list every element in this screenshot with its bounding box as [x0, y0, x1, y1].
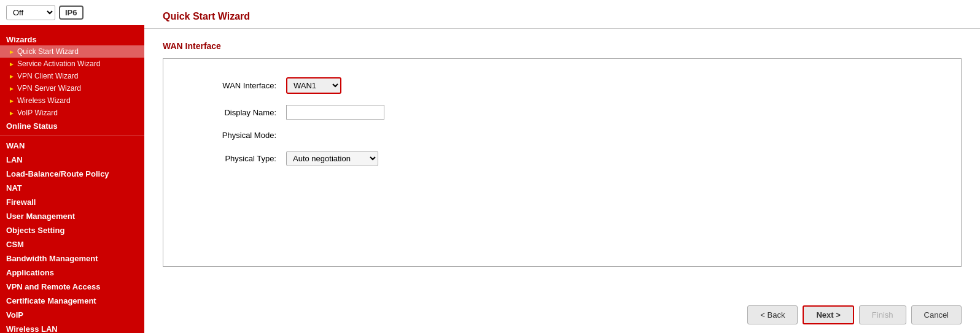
sidebar-item-vpn-client[interactable]: ► VPN Client Wizard: [0, 70, 144, 82]
sidebar-item-service-activation[interactable]: ► Service Activation Wizard: [0, 58, 144, 70]
ipv6-button[interactable]: IP6: [59, 6, 84, 20]
physical-type-label: Physical Type:: [176, 154, 286, 163]
main-content: Quick Start Wizard WAN Interface WAN Int…: [144, 0, 980, 333]
footer-buttons: < Back Next > Finish Cancel: [144, 297, 980, 333]
arrow-icon: ►: [9, 98, 16, 104]
off-select[interactable]: Off: [6, 5, 55, 20]
arrow-icon: ►: [9, 48, 16, 55]
sidebar-section-wizards: Wizards: [0, 31, 144, 45]
sidebar-item-quick-start[interactable]: ► Quick Start Wizard: [0, 45, 144, 58]
display-name-input[interactable]: [286, 105, 384, 120]
physical-mode-label: Physical Mode:: [176, 131, 286, 140]
finish-button[interactable]: Finish: [859, 305, 906, 324]
sidebar-item-online-status[interactable]: Online Status: [0, 119, 144, 133]
sidebar-item-bandwidth-management[interactable]: Bandwidth Management: [0, 251, 144, 266]
sidebar-item-label: Service Activation Wizard: [17, 59, 100, 68]
sidebar-item-wireless-lan[interactable]: Wireless LAN: [0, 322, 144, 333]
arrow-icon: ►: [9, 85, 16, 92]
cancel-button[interactable]: Cancel: [911, 305, 962, 324]
sidebar-item-certificate[interactable]: Certificate Management: [0, 294, 144, 308]
sidebar-item-voip-wizard[interactable]: ► VoIP Wizard: [0, 107, 144, 119]
sidebar-item-applications[interactable]: Applications: [0, 266, 144, 280]
physical-type-row: Physical Type: Auto negotiation 10M Half…: [176, 151, 949, 166]
physical-mode-row: Physical Mode:: [176, 131, 949, 140]
sidebar-item-label: VoIP Wizard: [17, 109, 58, 117]
back-button[interactable]: < Back: [747, 305, 798, 324]
arrow-icon: ►: [9, 110, 16, 117]
sidebar-item-lan[interactable]: LAN: [0, 153, 144, 167]
nav-divider: [0, 136, 144, 136]
page-header: Quick Start Wizard: [144, 0, 980, 29]
sidebar-item-user-management[interactable]: User Management: [0, 209, 144, 223]
sidebar: Off IP6 Wizards ► Quick Start Wizard ► S…: [0, 0, 144, 333]
sidebar-item-label: Quick Start Wizard: [17, 47, 79, 56]
sidebar-item-vpn-remote[interactable]: VPN and Remote Access: [0, 280, 144, 294]
arrow-icon: ►: [9, 61, 16, 67]
sidebar-top: Off IP6: [0, 0, 144, 26]
sidebar-item-label: VPN Server Wizard: [17, 84, 81, 93]
sidebar-item-label: VPN Client Wizard: [17, 72, 78, 80]
arrow-icon: ►: [9, 73, 16, 80]
display-name-label: Display Name:: [176, 108, 286, 117]
sidebar-item-csm[interactable]: CSM: [0, 237, 144, 251]
form-box: WAN Interface: WAN1 WAN2 WAN3 WAN4 Displ…: [163, 58, 962, 267]
sidebar-item-wan[interactable]: WAN: [0, 139, 144, 153]
page-title: Quick Start Wizard: [163, 11, 250, 21]
display-name-row: Display Name:: [176, 105, 949, 120]
sidebar-item-voip[interactable]: VoIP: [0, 308, 144, 322]
sidebar-item-label: Wireless Wizard: [17, 96, 71, 105]
sidebar-item-load-balance[interactable]: Load-Balance/Route Policy: [0, 167, 144, 181]
sidebar-item-firewall[interactable]: Firewall: [0, 195, 144, 209]
sidebar-item-wireless-wizard[interactable]: ► Wireless Wizard: [0, 94, 144, 107]
sidebar-nav: Wizards ► Quick Start Wizard ► Service A…: [0, 26, 144, 333]
content-area: WAN Interface WAN Interface: WAN1 WAN2 W…: [144, 29, 980, 297]
physical-type-select[interactable]: Auto negotiation 10M Half 10M Full 100M …: [286, 151, 378, 166]
section-title: WAN Interface: [163, 41, 962, 51]
wan-interface-row: WAN Interface: WAN1 WAN2 WAN3 WAN4: [176, 77, 949, 94]
sidebar-item-objects-setting[interactable]: Objects Setting: [0, 223, 144, 237]
sidebar-item-nat[interactable]: NAT: [0, 181, 144, 195]
next-button[interactable]: Next >: [803, 305, 854, 324]
sidebar-item-vpn-server[interactable]: ► VPN Server Wizard: [0, 82, 144, 94]
wan-interface-select[interactable]: WAN1 WAN2 WAN3 WAN4: [286, 77, 341, 94]
wan-interface-label: WAN Interface:: [176, 81, 286, 90]
